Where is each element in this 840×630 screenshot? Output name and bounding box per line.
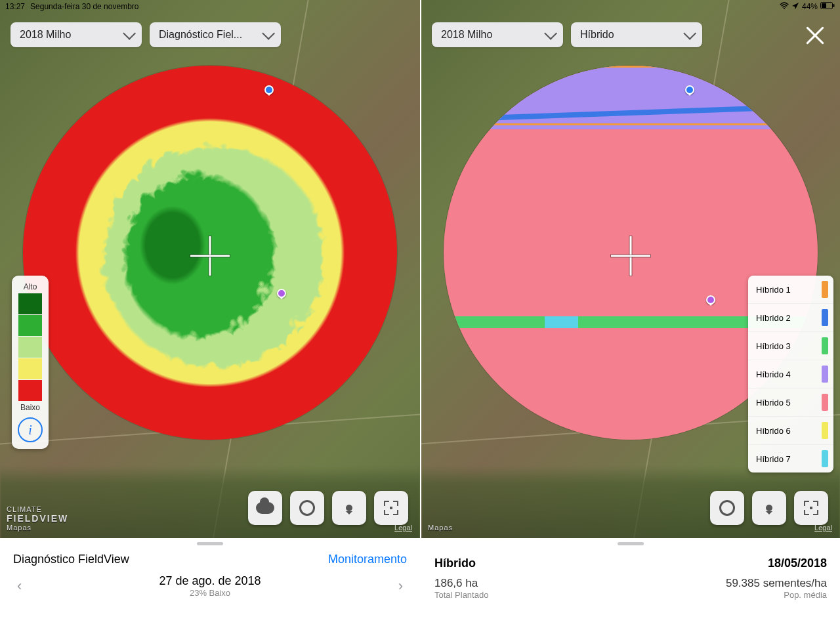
status-date: Segunda-feira 30 de novembro [30,2,138,11]
layer-dropdown-label: Diagnóstico Fiel... [159,29,242,41]
panel-date: 18/05/2018 [768,556,827,570]
fullscreen-button[interactable] [374,491,408,525]
map-pin-blue[interactable] [685,85,694,94]
clouds-button[interactable] [248,491,282,525]
legend-row[interactable]: Híbrido 1 [748,276,833,304]
pin-icon [346,505,352,511]
drag-handle[interactable] [197,542,223,545]
locate-button[interactable] [290,491,324,525]
image-date: 27 de ago. de 2018 [26,574,394,588]
locate-button[interactable] [710,491,744,525]
legend-high-label: Alto [16,281,45,293]
apple-maps-attribution: Mapas [428,524,453,532]
season-dropdown-label: 2018 Milho [441,29,492,41]
gradient-legend: Alto Baixo i [12,276,49,449]
avg-pop-label: Pop. média [726,590,827,600]
avg-pop-value: 59.385 sementes/ha [726,577,827,590]
svg-rect-2 [822,3,826,8]
legend-row[interactable]: Híbrido 4 [748,360,833,388]
total-planted-label: Total Plantado [434,590,488,600]
fieldview-logo: CLIMATE FIELDVIEW Mapas [7,505,68,532]
monitoring-link[interactable]: Monitoramento [328,553,407,566]
legend-row[interactable]: Híbrido 6 [748,417,833,445]
right-pane: 2018 Milho Híbrido Híbrido 1 Híbrido 2 H… [420,0,840,630]
left-pane: 2018 Milho Diagnóstico Fiel... Alto Baix… [0,0,420,630]
layer-dropdown[interactable]: Diagnóstico Fiel... [150,22,281,47]
legend-swatch [18,293,42,314]
legend-swatch [18,380,42,401]
fullscreen-button[interactable] [794,491,828,525]
legend-row[interactable]: Híbrido 3 [748,332,833,360]
battery-icon [820,2,835,11]
cloud-icon [256,502,274,514]
map-pin-purple[interactable] [706,295,715,304]
chevron-down-icon [544,27,557,40]
layer-dropdown-label: Híbrido [580,29,614,41]
map-tools [710,491,828,525]
status-time: 13:27 [5,2,25,11]
layer-dropdown[interactable]: Híbrido [571,22,702,47]
season-dropdown[interactable]: 2018 Milho [432,22,563,47]
legend-row[interactable]: Híbrido 2 [748,304,833,332]
total-planted-value: 186,6 ha [434,577,488,590]
status-battery-pct: 44% [802,2,818,11]
drop-pin-button[interactable] [332,491,366,525]
legend-swatch [18,315,42,336]
legal-link[interactable]: Legal [394,524,412,532]
locate-icon [719,500,735,516]
legend-row[interactable]: Híbrido 5 [748,388,833,417]
prev-date-button[interactable]: ‹ [13,578,26,595]
season-dropdown-label: 2018 Milho [20,29,71,41]
legend-row[interactable]: Híbrido 7 [748,445,833,472]
drop-pin-button[interactable] [752,491,786,525]
locate-icon [299,500,315,516]
image-sub: 23% Baixo [26,588,394,598]
legend-info-button[interactable]: i [18,417,43,442]
field-circle-diagnostic[interactable] [23,66,397,440]
fullscreen-icon [804,501,818,515]
bottom-panel[interactable]: Diagnóstico FieldView Monitoramento ‹ 27… [0,538,420,630]
pin-icon [766,505,772,511]
hybrid-legend: Híbrido 1 Híbrido 2 Híbrido 3 Híbrido 4 … [748,276,833,472]
location-icon [791,2,799,12]
panel-title: Híbrido [434,556,476,570]
chevron-down-icon [123,27,136,40]
chevron-down-icon [683,27,696,40]
fullscreen-icon [384,501,398,515]
chevron-down-icon [262,27,275,40]
map-tools [248,491,408,525]
season-dropdown[interactable]: 2018 Milho [10,22,142,47]
legend-low-label: Baixo [16,402,45,413]
close-compare-button[interactable] [803,24,827,47]
svg-point-0 [784,8,785,9]
legend-swatch [18,337,42,358]
wifi-icon [780,2,789,12]
drag-handle[interactable] [618,542,644,545]
status-bar: 13:27 Segunda-feira 30 de novembro 44% [0,0,840,13]
legend-swatch [18,358,42,379]
legal-link[interactable]: Legal [814,524,832,532]
next-date-button[interactable]: › [394,578,407,595]
bottom-panel[interactable]: Híbrido 18/05/2018 186,6 ha Total Planta… [421,538,840,630]
svg-rect-3 [833,4,835,7]
panel-title: Diagnóstico FieldView [13,553,129,566]
